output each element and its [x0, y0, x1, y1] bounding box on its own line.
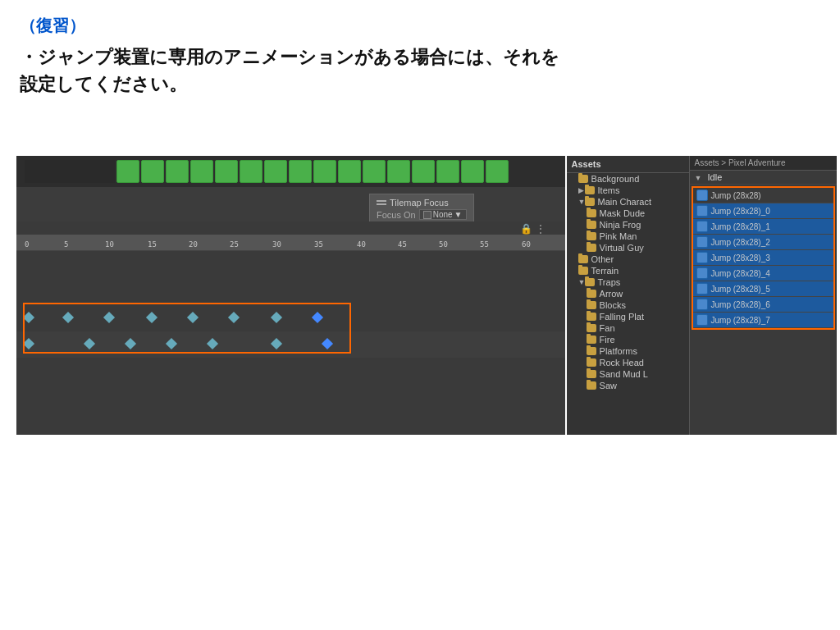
tree-item-fire[interactable]: Fire — [567, 334, 689, 345]
tree-item-virtualguy[interactable]: Virtual Guy — [567, 242, 689, 253]
folder-icon — [578, 255, 588, 263]
anim-item-jump-2[interactable]: Jump (28x28)_2 — [693, 235, 833, 250]
anim-item-jump-0[interactable]: Jump (28x28)_0 — [693, 203, 833, 219]
tree-label-saw: Saw — [600, 381, 617, 390]
none-select[interactable]: None ▼ — [419, 209, 467, 220]
fukushuu-title: （復習） — [20, 15, 820, 37]
tree-item-fallingplat[interactable]: Falling Plat — [567, 311, 689, 322]
folder-icon — [587, 221, 596, 229]
tree-label-terrain: Terrain — [591, 266, 619, 276]
anim-label-jump-2: Jump (28x28)_2 — [711, 238, 770, 247]
tree-label-platforms: Platforms — [600, 346, 637, 356]
editor-right-panel: Assets Background ▶ Items ▼ Main Charact… — [567, 156, 837, 435]
ruler-0: 0 — [25, 240, 29, 249]
tree-label-fan: Fan — [600, 323, 615, 333]
folder-icon — [587, 324, 596, 332]
tree-item-maskdude[interactable]: Mask Dude — [567, 208, 689, 219]
arrow-right-icon: ▶ — [578, 186, 585, 194]
green-tile — [486, 160, 509, 183]
tree-item-pinkman[interactable]: Pink Man — [567, 231, 689, 242]
ruler-60: 60 — [522, 240, 531, 249]
tree-item-terrain[interactable]: Terrain — [567, 265, 689, 276]
folder-icon — [585, 198, 595, 206]
anim-breadcrumb: Assets > Pixel Adventure — [690, 156, 837, 171]
green-tile — [141, 160, 164, 183]
tree-label-other: Other — [591, 254, 614, 264]
tree-item-platforms[interactable]: Platforms — [567, 345, 689, 357]
diamond-1-8 — [312, 312, 323, 323]
none-label: None — [433, 210, 453, 219]
anim-item-jump[interactable]: Jump (28x28) — [693, 188, 833, 203]
tree-item-other[interactable]: Other — [567, 253, 689, 265]
dropdown-arrow-icon[interactable]: ▼ — [454, 210, 463, 219]
tree-item-maincharact[interactable]: ▼ Main Charact — [567, 196, 689, 208]
tree-item-background[interactable]: Background — [567, 173, 689, 185]
tree-label-items: Items — [598, 185, 620, 195]
assets-header: Assets — [567, 158, 689, 173]
anim-item-jump-6[interactable]: Jump (28x28)_6 — [693, 297, 833, 313]
anim-item-jump-1[interactable]: Jump (28x28)_1 — [693, 219, 833, 235]
anim-item-icon — [696, 252, 708, 263]
folder-icon — [585, 278, 595, 286]
diamond-1-7 — [271, 312, 282, 323]
green-tile — [412, 160, 435, 183]
anim-label-jump-5: Jump (28x28)_5 — [711, 285, 770, 294]
diamond-2-3 — [125, 338, 136, 349]
folder-icon — [587, 290, 596, 298]
kf-row-2 — [16, 331, 565, 358]
orange-anim-box: Jump (28x28) Jump (28x28)_0 Jump (28x28)… — [692, 186, 835, 330]
ruler-25: 25 — [230, 240, 239, 249]
timeline-area: 🔒 ⋮ 0 5 10 15 20 25 30 35 40 45 50 55 60 — [16, 221, 565, 435]
anim-item-icon — [696, 189, 708, 201]
folder-icon — [587, 244, 596, 252]
anim-label-jump-1: Jump (28x28)_1 — [711, 222, 770, 231]
tree-item-blocks[interactable]: Blocks — [567, 299, 689, 311]
assets-tree-panel: Assets Background ▶ Items ▼ Main Charact… — [567, 156, 690, 435]
green-tile — [264, 160, 287, 183]
tree-item-arrow[interactable]: Arrow — [567, 288, 689, 299]
anim-item-jump-3[interactable]: Jump (28x28)_3 — [693, 250, 833, 266]
diamond-2-6 — [271, 338, 282, 349]
green-tile — [190, 160, 213, 183]
green-tile — [313, 160, 336, 183]
tree-item-traps[interactable]: ▼ Traps — [567, 276, 689, 288]
tree-item-rockhead[interactable]: Rock Head — [567, 357, 689, 368]
keyframe-section — [16, 305, 565, 435]
ruler-45: 45 — [398, 240, 407, 249]
tree-item-ninjafrog[interactable]: Ninja Frog — [567, 219, 689, 231]
folder-icon — [587, 209, 596, 217]
anim-item-jump-5[interactable]: Jump (28x28)_5 — [693, 281, 833, 297]
anim-label-jump-4: Jump (28x28)_4 — [711, 269, 770, 278]
tree-item-fan[interactable]: Fan — [567, 322, 689, 334]
green-tile — [338, 160, 361, 183]
diamond-2-5 — [207, 338, 218, 349]
ruler-55: 55 — [480, 240, 489, 249]
tree-item-saw[interactable]: Saw — [567, 380, 689, 391]
tree-label-pinkman: Pink Man — [600, 231, 637, 241]
anim-idle-label: ▼ Idle — [690, 171, 837, 185]
tree-item-items[interactable]: ▶ Items — [567, 185, 689, 196]
anim-item-jump-7[interactable]: Jump (28x28)_7 — [693, 313, 833, 328]
anim-item-icon — [696, 314, 708, 326]
focus-on-line: Focus On None ▼ — [377, 209, 467, 220]
green-tile — [363, 160, 386, 183]
green-tile — [461, 160, 484, 183]
tree-item-sandmud[interactable]: Sand Mud L — [567, 368, 689, 380]
arrow-down-icon: ▼ — [578, 198, 585, 206]
none-checkbox[interactable] — [423, 211, 431, 219]
green-tile — [116, 160, 139, 183]
tree-label-sandmud: Sand Mud L — [600, 369, 648, 379]
focus-on-label: Focus On — [377, 210, 416, 220]
anim-item-icon — [696, 267, 708, 279]
kf-row-1 — [16, 305, 565, 331]
lock-icon: 🔒 ⋮ — [520, 223, 545, 235]
anim-item-jump-4[interactable]: Jump (28x28)_4 — [693, 266, 833, 281]
folder-icon — [587, 301, 596, 309]
anim-label-jump: Jump (28x28) — [711, 191, 761, 200]
ruler-15: 15 — [148, 240, 157, 249]
anim-label-jump-6: Jump (28x28)_6 — [711, 300, 770, 309]
tree-label-traps: Traps — [598, 277, 621, 287]
folder-icon — [587, 347, 596, 355]
diamond-2-4 — [166, 338, 177, 349]
ruler-35: 35 — [314, 240, 323, 249]
